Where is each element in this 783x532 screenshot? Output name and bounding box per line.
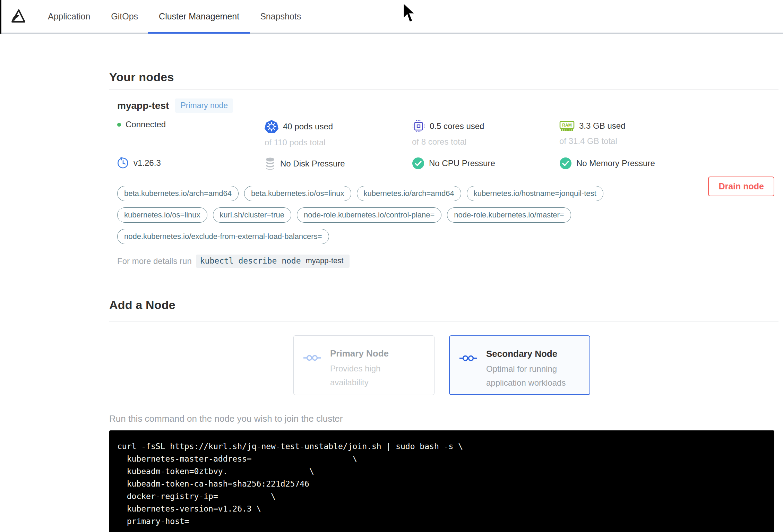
node-label-pill: beta.kubernetes.io/arch=amd64	[117, 186, 239, 201]
top-navbar: ApplicationGitOpsCluster ManagementSnaps…	[0, 0, 783, 34]
cores-stat: 0.5 cores used of 8 cores total	[412, 120, 559, 147]
describe-command-node: myapp-test	[306, 256, 344, 265]
nav-tab[interactable]: Application	[48, 0, 90, 33]
join-instruction: Run this command on the node you wish to…	[109, 413, 774, 424]
join-command-line: curl -fsSL https://kurl.sh/jq-new-test-u…	[117, 440, 774, 453]
join-command-line: primary-host=	[117, 515, 774, 527]
disk-pressure-label: No Disk Pressure	[280, 159, 345, 169]
nav-tabs: ApplicationGitOpsCluster ManagementSnaps…	[48, 0, 301, 33]
ram-icon: RAM	[559, 120, 575, 132]
cpu-pressure: No CPU Pressure	[412, 157, 559, 170]
join-command-line: kubeadm-token=0ztbvy. \	[117, 465, 774, 478]
memory-used-label: 3.3 GB used	[579, 121, 625, 131]
details-prefix: For more details run	[117, 256, 192, 266]
join-command-line: kubeadm-token-ca-hash=sha256:221d25746	[117, 478, 774, 490]
kurl-logo-icon	[9, 7, 27, 25]
node-type-card[interactable]: Primary Node Provides high availability	[293, 335, 434, 395]
node-type-title: Secondary Node	[486, 349, 590, 359]
node-label-pill: beta.kubernetes.io/os=linux	[244, 186, 351, 201]
node-label-pill: kubernetes.io/hostname=jonquil-test	[467, 186, 603, 201]
section-divider	[109, 321, 778, 321]
node-version: v1.26.3	[117, 157, 265, 170]
node-panel: myapp-test Primary node Connected	[109, 98, 774, 268]
nav-tab[interactable]: Cluster Management	[159, 0, 239, 33]
describe-command-chip: kubectl describe node myapp-test	[196, 255, 350, 268]
nav-tab[interactable]: GitOps	[111, 0, 138, 33]
primary-node-badge: Primary node	[175, 98, 233, 113]
node-type-title: Primary Node	[330, 348, 434, 359]
connected-dot-icon	[117, 123, 121, 127]
check-circle-icon	[559, 157, 572, 170]
node-type-description: Optimal for running application workload…	[486, 362, 576, 390]
your-nodes-section: Your nodes myapp-test Primary node Conne…	[109, 70, 774, 268]
node-type-card[interactable]: Secondary Node Optimal for running appli…	[449, 335, 590, 395]
memory-pressure-label: No Memory Pressure	[576, 158, 655, 168]
cpu-icon	[412, 120, 425, 133]
drain-node-button[interactable]: Drain node	[708, 177, 774, 196]
node-label-pill: kubernetes.io/os=linux	[117, 207, 207, 223]
cores-used-label: 0.5 cores used	[430, 121, 484, 131]
window-left-border	[0, 0, 1, 34]
describe-command: kubectl describe node	[200, 256, 301, 265]
node-label-pill: node-role.kubernetes.io/master=	[447, 207, 571, 223]
disk-pressure: No Disk Pressure	[265, 157, 412, 170]
node-label-pill: kurl.sh/cluster=true	[213, 207, 291, 223]
pods-stat: 40 pods used of 110 pods total	[265, 120, 412, 147]
pods-used-label: 40 pods used	[283, 122, 333, 131]
node-name: myapp-test	[117, 100, 169, 111]
your-nodes-title: Your nodes	[109, 70, 774, 84]
details-line: For more details run kubectl describe no…	[117, 255, 774, 268]
node-stats: Connected	[117, 120, 774, 170]
node-status-label: Connected	[126, 120, 166, 129]
kubernetes-icon	[265, 120, 278, 134]
node-label-pill: kubernetes.io/arch=amd64	[357, 186, 461, 201]
memory-total-label: of 31.4 GB total	[559, 136, 774, 146]
nav-tab[interactable]: Snapshots	[260, 0, 301, 33]
join-command-line: kubernetes-master-address= \	[117, 453, 774, 465]
pods-total-label: of 110 pods total	[265, 138, 412, 147]
node-type-cards: Primary Node Provides high availability …	[109, 335, 774, 395]
node-type-description: Provides high availability	[330, 362, 420, 389]
add-node-title: Add a Node	[109, 298, 774, 312]
node-label-pill: node-role.kubernetes.io/control-plane=	[297, 207, 441, 223]
check-circle-icon	[412, 157, 424, 170]
memory-pressure: No Memory Pressure	[559, 157, 774, 170]
section-divider	[109, 89, 778, 90]
join-command-line: docker-registry-ip= \	[117, 490, 774, 503]
app-logo[interactable]	[0, 0, 48, 33]
node-status: Connected	[117, 120, 265, 147]
disk-icon	[265, 157, 276, 170]
memory-stat: RAM 3.3 GB used of 31.4 GB total	[559, 120, 774, 147]
node-rings-icon	[303, 354, 321, 361]
join-command-line: kubernetes-version=v1.26.3 \	[117, 503, 774, 515]
version-icon	[117, 157, 129, 169]
node-labels: beta.kubernetes.io/arch=amd64beta.kubern…	[117, 186, 658, 244]
svg-text:RAM: RAM	[562, 123, 571, 128]
join-command-block: curl -fsSL https://kurl.sh/jq-new-test-u…	[109, 430, 774, 532]
node-version-label: v1.26.3	[134, 158, 161, 168]
node-rings-icon	[459, 355, 477, 362]
node-label-pill: node.kubernetes.io/exclude-from-external…	[117, 229, 329, 244]
cores-total-label: of 8 cores total	[412, 137, 559, 147]
cpu-pressure-label: No CPU Pressure	[429, 158, 495, 168]
add-node-section: Add a Node Primary Node Provides high av…	[109, 298, 774, 532]
